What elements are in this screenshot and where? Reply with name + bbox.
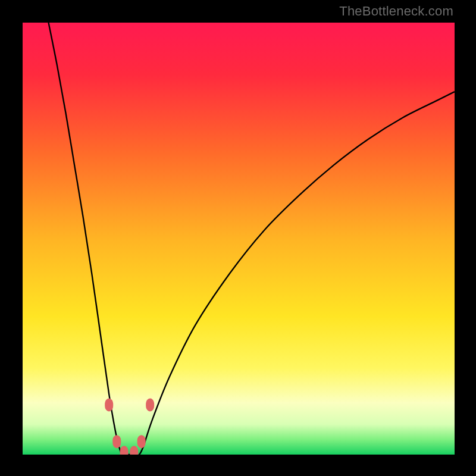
marker-dot (146, 399, 154, 412)
marker-dot (137, 435, 146, 448)
curve-layer (23, 23, 455, 455)
marker-dot (120, 446, 129, 455)
marker-dot (112, 435, 121, 448)
bottleneck-curve (49, 23, 455, 455)
marker-dot (130, 446, 138, 455)
plot-area (23, 23, 455, 455)
marker-dot (105, 399, 113, 412)
outer-frame: TheBottleneck.com (0, 0, 476, 476)
curve-markers (105, 399, 154, 455)
watermark-text: TheBottleneck.com (339, 4, 453, 19)
